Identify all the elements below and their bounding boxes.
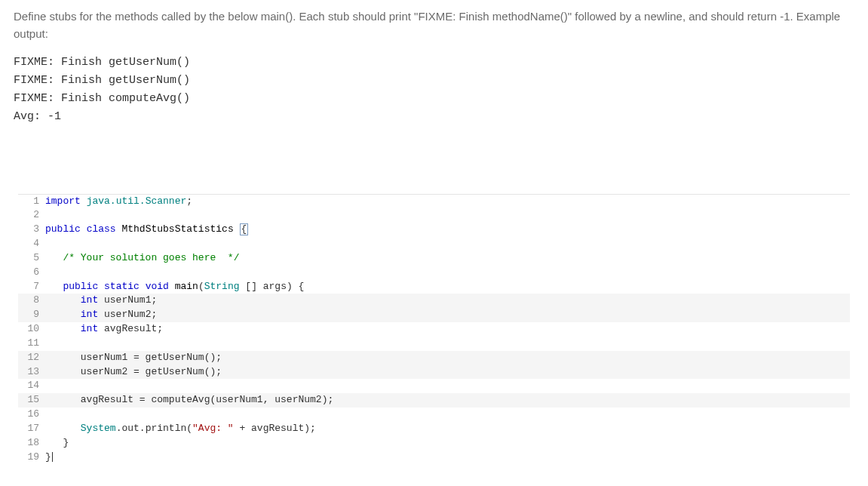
code-content[interactable]: public static void main(String [] args) … — [45, 280, 850, 294]
cursor-icon — [52, 452, 53, 462]
token-id: main — [175, 281, 198, 292]
code-content[interactable]: /* Your solution goes here */ — [45, 251, 850, 266]
code-line[interactable]: 6 — [18, 266, 850, 280]
code-line[interactable]: 15 avgResult = computeAvg(userNum1, user… — [18, 393, 850, 408]
code-line[interactable]: 5 /* Your solution goes here */ — [18, 251, 850, 266]
code-line[interactable]: 11 — [18, 337, 850, 351]
code-content[interactable] — [45, 266, 850, 280]
token-type: void — [146, 281, 169, 292]
line-number: 2 — [18, 208, 45, 223]
line-number: 5 — [18, 251, 45, 266]
line-number: 19 — [18, 451, 45, 465]
code-line[interactable]: 1import java.util.Scanner; — [18, 195, 850, 209]
code-content[interactable]: int userNum2; — [45, 308, 850, 322]
token-com: /* Your solution goes here */ — [63, 252, 239, 263]
code-content[interactable]: } — [45, 436, 850, 451]
line-number: 13 — [18, 365, 45, 380]
code-line[interactable]: 4 — [18, 237, 850, 251]
token-type: int — [81, 323, 98, 334]
code-content[interactable] — [45, 337, 850, 351]
line-number: 3 — [18, 223, 45, 237]
code-content[interactable]: int avgResult; — [45, 322, 850, 337]
code-content[interactable]: userNum1 = getUserNum(); — [45, 351, 850, 365]
token-kw: public — [63, 281, 98, 292]
code-content[interactable]: import java.util.Scanner; — [45, 195, 850, 209]
token-kw: class — [87, 223, 116, 235]
line-number: 6 — [18, 266, 45, 280]
problem-instructions: Define stubs for the methods called by t… — [14, 8, 854, 43]
code-line[interactable]: 13 userNum2 = getUserNum(); — [18, 365, 850, 380]
code-line[interactable]: 10 int avgResult; — [18, 322, 850, 337]
token-type: int — [81, 294, 98, 306]
code-line[interactable]: 14 — [18, 379, 850, 393]
code-line[interactable]: 18 } — [18, 436, 850, 451]
code-content[interactable]: userNum2 = getUserNum(); — [45, 365, 850, 380]
line-number: 7 — [18, 280, 45, 294]
code-editor[interactable]: 1import java.util.Scanner;2 3public clas… — [18, 194, 850, 465]
code-content[interactable]: System.out.println("Avg: " + avgResult); — [45, 422, 850, 436]
token-kw: public — [45, 223, 81, 235]
code-line[interactable]: 3public class MthdStubsStatistics { — [18, 223, 850, 237]
code-line[interactable]: 7 public static void main(String [] args… — [18, 280, 850, 294]
cursor-highlight: { — [240, 223, 249, 235]
line-number: 17 — [18, 422, 45, 436]
code-content[interactable]: avgResult = computeAvg(userNum1, userNum… — [45, 393, 850, 408]
token-kw: import — [45, 195, 81, 207]
code-content[interactable]: int userNum1; — [45, 294, 850, 308]
line-number: 1 — [18, 195, 45, 209]
line-number: 14 — [18, 379, 45, 393]
code-line[interactable]: 9 int userNum2; — [18, 308, 850, 322]
code-line[interactable]: 16 — [18, 408, 850, 422]
example-output-block: FIXME: Finish getUserNum() FIXME: Finish… — [14, 54, 854, 126]
code-line[interactable]: 2 — [18, 208, 850, 223]
token-pkg: String — [204, 281, 240, 292]
code-line[interactable]: 19} — [18, 451, 850, 465]
code-content[interactable] — [45, 237, 850, 251]
code-content[interactable]: } — [45, 451, 850, 465]
line-number: 16 — [18, 408, 45, 422]
token-kw: static — [104, 281, 140, 292]
line-number: 11 — [18, 337, 45, 351]
line-number: 15 — [18, 393, 45, 408]
example-line: FIXME: Finish computeAvg() — [14, 90, 854, 108]
line-number: 4 — [18, 237, 45, 251]
token-pkg: java.util.Scanner — [87, 195, 187, 207]
code-line[interactable]: 17 System.out.println("Avg: " + avgResul… — [18, 422, 850, 436]
code-content[interactable] — [45, 408, 850, 422]
code-content[interactable] — [45, 379, 850, 393]
token-pkg: System — [81, 423, 116, 434]
token-str: "Avg: " — [192, 423, 234, 434]
line-number: 8 — [18, 294, 45, 308]
line-number: 12 — [18, 351, 45, 365]
example-line: FIXME: Finish getUserNum() — [14, 54, 854, 72]
code-content[interactable] — [45, 208, 850, 223]
code-content[interactable]: public class MthdStubsStatistics { — [45, 223, 850, 237]
example-line: FIXME: Finish getUserNum() — [14, 72, 854, 90]
example-line: Avg: -1 — [14, 108, 854, 126]
line-number: 18 — [18, 436, 45, 451]
code-line[interactable]: 12 userNum1 = getUserNum(); — [18, 351, 850, 365]
token-type: int — [81, 309, 98, 320]
line-number: 10 — [18, 322, 45, 337]
code-line[interactable]: 8 int userNum1; — [18, 294, 850, 308]
line-number: 9 — [18, 308, 45, 322]
token-id: MthdStubsStatistics — [121, 223, 233, 235]
